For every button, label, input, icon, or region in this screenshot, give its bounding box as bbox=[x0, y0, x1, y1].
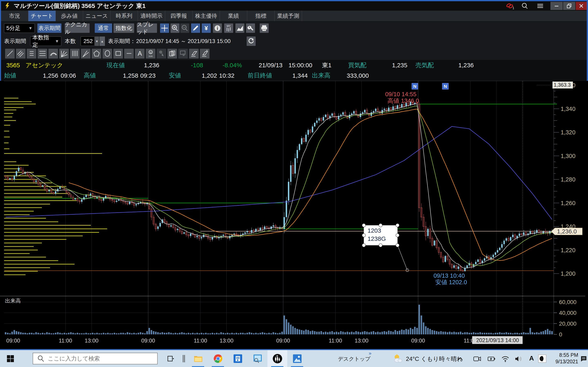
period-label: 表示期間 bbox=[4, 36, 26, 46]
running-indicator bbox=[212, 366, 224, 367]
icon-stamp-tool[interactable]: icon bbox=[146, 49, 155, 58]
toolbar-button-3[interactable]: 通常 bbox=[95, 24, 112, 33]
trading-app-icon: R bbox=[272, 354, 283, 364]
tab-6[interactable]: 適時開示 bbox=[138, 11, 165, 21]
tab-1[interactable]: 市況 bbox=[1, 11, 28, 21]
duplicate-tool[interactable] bbox=[167, 49, 177, 58]
crosshair-button[interactable] bbox=[160, 24, 169, 33]
taskbar-app-media[interactable] bbox=[228, 350, 248, 367]
candlestick-chart[interactable]: 020,00040,00060,0001,2001,2201,2401,2601… bbox=[0, 81, 588, 349]
toolbar-button-4[interactable]: 指数化 bbox=[113, 24, 134, 33]
hlines-wide-tool[interactable] bbox=[38, 49, 47, 58]
rectangle-tool[interactable] bbox=[113, 49, 123, 58]
svg-text:1,300: 1,300 bbox=[561, 153, 576, 159]
text-tool-tool[interactable]: A bbox=[135, 49, 145, 58]
svg-text:11:00: 11:00 bbox=[464, 338, 477, 344]
tab-11[interactable]: 業績予測 bbox=[275, 11, 302, 21]
pin-arrow-tool[interactable] bbox=[156, 49, 166, 58]
taskbar-app-chrome[interactable] bbox=[208, 350, 228, 367]
vlines-icon bbox=[70, 49, 79, 58]
rays-tool[interactable] bbox=[81, 49, 90, 58]
chart-area[interactable]: 020,00040,00060,0001,2001,2201,2401,2601… bbox=[0, 81, 588, 349]
start-button[interactable] bbox=[3, 350, 17, 367]
wrench-button[interactable] bbox=[246, 24, 255, 33]
restore-button[interactable] bbox=[563, 2, 575, 10]
task-view-button[interactable] bbox=[164, 350, 177, 367]
ime-circle-icon[interactable] bbox=[538, 355, 546, 363]
eraser-tool[interactable] bbox=[189, 49, 199, 58]
drag-hand-tool[interactable] bbox=[178, 49, 188, 58]
price-change-pct: -8.04% bbox=[223, 60, 242, 71]
taskbar-search[interactable] bbox=[33, 353, 158, 364]
tab-9[interactable]: 業績 bbox=[220, 11, 247, 21]
trend-line-icon bbox=[6, 49, 15, 58]
wifi-icon[interactable] bbox=[501, 356, 509, 362]
zoom-out-button[interactable] bbox=[180, 24, 189, 33]
svg-text:09/10 14:55: 09/10 14:55 bbox=[385, 91, 416, 98]
desktop-toolbar-label[interactable]: デスクトップ bbox=[338, 355, 371, 363]
search-input[interactable] bbox=[48, 355, 146, 362]
taskbar-clock[interactable]: 8:55 PM 9/13/2021 bbox=[550, 352, 578, 365]
count-input[interactable]: 252 bbox=[81, 36, 95, 46]
count-increment[interactable]: ▲ bbox=[99, 36, 105, 46]
eraser-all-icon: A bbox=[200, 49, 209, 58]
yen-button[interactable]: ¥ bbox=[202, 24, 211, 33]
tab-10[interactable]: 指標 bbox=[247, 11, 275, 21]
search-icon bbox=[37, 355, 45, 363]
my-chart-button[interactable]: MY bbox=[224, 24, 233, 33]
menu-icon[interactable] bbox=[536, 2, 544, 10]
search-icon[interactable] bbox=[520, 2, 529, 10]
clock-time: 8:55 PM bbox=[550, 352, 578, 358]
close-button[interactable] bbox=[576, 2, 587, 10]
hlines-short-tool[interactable] bbox=[27, 49, 36, 58]
zoom-in-button[interactable] bbox=[171, 24, 180, 33]
taskbar-app-trading[interactable]: R bbox=[268, 350, 287, 367]
info-button[interactable]: i bbox=[213, 24, 222, 33]
zoom-out-icon bbox=[181, 24, 189, 32]
tab-8[interactable]: 株主優待 bbox=[192, 11, 220, 21]
weather-text[interactable]: 24°C くもり時々晴れ bbox=[406, 355, 463, 363]
timeframe-dropdown[interactable]: 5分足 ▼ bbox=[4, 24, 35, 33]
weather-icon[interactable] bbox=[392, 353, 403, 364]
taskbar-app-snip[interactable] bbox=[248, 350, 268, 367]
pentagon-tool[interactable] bbox=[92, 49, 101, 58]
area-chart-button[interactable] bbox=[235, 24, 244, 33]
link-icon[interactable]: 1 bbox=[506, 2, 514, 9]
notification-center-icon[interactable] bbox=[580, 355, 587, 362]
meet-now-icon[interactable] bbox=[473, 355, 481, 362]
trend-line-tool[interactable] bbox=[5, 49, 15, 58]
period-mode-dropdown[interactable]: 本数指定 ▼ bbox=[30, 36, 61, 46]
taskbar-app-file-explorer[interactable] bbox=[188, 350, 208, 367]
ellipse-tool[interactable] bbox=[103, 49, 112, 58]
eraser-all-tool[interactable]: A bbox=[200, 49, 209, 58]
taskbar-app-photos[interactable] bbox=[287, 350, 307, 367]
toolbar-button-2[interactable]: テクニカル bbox=[65, 24, 90, 33]
hsegment-tool[interactable] bbox=[124, 49, 134, 58]
toolbar-button-5[interactable]: スプレッド bbox=[137, 24, 157, 33]
svg-text:09:00: 09:00 bbox=[141, 338, 155, 344]
tray-chevron-up-icon[interactable] bbox=[457, 357, 464, 361]
reload-button[interactable] bbox=[247, 36, 256, 46]
minimize-button[interactable] bbox=[550, 2, 563, 10]
battery-icon[interactable] bbox=[488, 356, 496, 362]
speaker-icon[interactable] bbox=[515, 356, 523, 362]
fib-arcs-tool[interactable]: fx bbox=[48, 49, 58, 58]
svg-text:2021/09/13 14:00: 2021/09/13 14:00 bbox=[476, 337, 519, 343]
bid-label: 買気配 bbox=[348, 60, 366, 71]
tab-4[interactable]: ニュース bbox=[83, 11, 111, 21]
tab-3[interactable]: 歩み値 bbox=[56, 11, 83, 21]
chevron-down-icon: ▼ bbox=[55, 39, 59, 44]
parallel-channel-tool[interactable] bbox=[16, 49, 26, 58]
toolbar-button-1[interactable]: 表示期間 bbox=[37, 24, 61, 33]
low-label: 安値 bbox=[169, 71, 181, 81]
count-decrement[interactable]: ▼ bbox=[95, 36, 99, 46]
vlines-tool[interactable] bbox=[70, 49, 80, 58]
fan-lines-tool[interactable] bbox=[59, 49, 69, 58]
tab-7[interactable]: 四季報 bbox=[165, 11, 192, 21]
pencil-button[interactable] bbox=[191, 24, 200, 33]
ime-mode-indicator[interactable]: A bbox=[529, 355, 534, 362]
tab-2[interactable]: チャート bbox=[28, 11, 56, 21]
market-name: 東1 bbox=[322, 60, 332, 71]
printer-button[interactable] bbox=[260, 24, 269, 33]
tab-5[interactable]: 時系列 bbox=[111, 11, 138, 21]
